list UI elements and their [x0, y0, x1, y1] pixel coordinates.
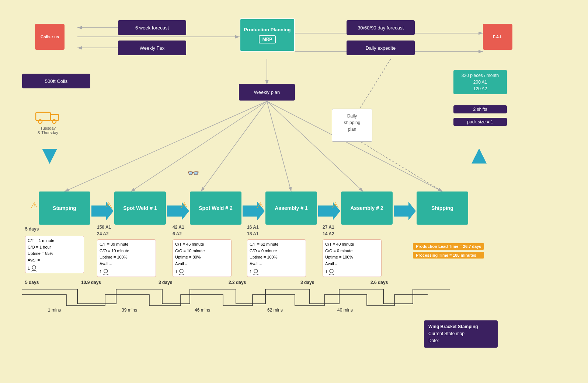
- warn-assembly1: ⚠: [257, 201, 264, 210]
- process-stamping-label: Stamping: [53, 205, 76, 211]
- production-planning-box: Production Planning MRP: [240, 18, 295, 52]
- production-planning-label: Production Planning: [244, 27, 290, 32]
- inbound-arrow: ▼: [37, 142, 62, 168]
- info-assembly1: C/T = 62 minute C/O = 0 minute Uptime = …: [247, 239, 306, 277]
- co-sw1: C/O = 10 minute: [100, 248, 153, 254]
- svg-point-29: [254, 269, 258, 273]
- forecast-30-60-90-box: 30/60/90 day forecast: [347, 20, 415, 35]
- avail-stamping: Avail =: [28, 257, 81, 264]
- process-assembly2-label: Assembly # 2: [350, 205, 383, 211]
- days-stamping: 5 days: [25, 226, 39, 232]
- uptime-sw1: Uptime = 100%: [100, 254, 153, 261]
- svg-line-17: [358, 140, 442, 192]
- tl-days-5: 3 days: [300, 280, 314, 285]
- svg-point-27: [180, 269, 183, 273]
- legend-box: Wing Bracket Stamping Current State map …: [424, 320, 498, 348]
- info-spotweld1: C/T = 39 minute C/O = 10 minute Uptime =…: [97, 239, 156, 277]
- process-spotweld2-label: Spot Weld # 2: [199, 205, 233, 211]
- shifts-box: 2 shifts: [453, 105, 507, 113]
- weekly-fax-box: Weekly Fax: [118, 41, 186, 55]
- truck-area: Tuesday& Thursday: [35, 109, 61, 135]
- warn-assembly2: ⚠: [332, 201, 339, 210]
- uptime-a1: Uptime = 100%: [250, 254, 303, 261]
- legend-subtitle: Current State map: [428, 330, 493, 337]
- warn-spotweld1: ⚠: [105, 201, 112, 210]
- operator-stamping: 1: [28, 265, 81, 271]
- daily-shipping-plan-label: Dailyshippingplan: [344, 113, 361, 132]
- inv-assembly2-a2: 14 A2: [323, 231, 334, 236]
- operator-sw1: 1: [100, 268, 153, 275]
- tl-days-6: 2.6 days: [370, 280, 388, 285]
- uptime-sw2: Uptime = 80%: [175, 254, 229, 261]
- svg-point-23: [32, 266, 36, 269]
- co-a1: C/O = 0 minute: [250, 248, 303, 254]
- avail-sw1: Avail =: [100, 261, 153, 267]
- svg-marker-32: [394, 202, 416, 220]
- operator-a2: 1: [325, 268, 379, 275]
- uptime-stamping: Uptime = 85%: [28, 250, 81, 257]
- operator-a1: 1: [250, 268, 303, 275]
- supplier-left: Coils r us: [35, 24, 65, 50]
- ct-a2: C/T = 40 minute: [325, 241, 379, 248]
- co-a2: C/O = 0 minute: [325, 248, 379, 254]
- warn-stamping: ⚠: [31, 201, 38, 210]
- timeline-steps: [22, 289, 457, 315]
- legend-date: Date:: [428, 337, 493, 344]
- truck-icon: [35, 109, 61, 125]
- process-shipping-label: Shipping: [431, 205, 453, 211]
- inv-sw2-a2: 6 A2: [173, 231, 182, 236]
- co-stamping: C/O = 1 hour: [28, 244, 81, 251]
- inv-sw2-a1: 42 A1: [173, 225, 184, 230]
- daily-shipping-plan-box: Dailyshippingplan: [332, 109, 372, 142]
- tl-days-1: 5 days: [25, 280, 39, 285]
- pack-size-box: pack size = 1: [453, 118, 507, 126]
- svg-line-9: [65, 101, 267, 192]
- process-assembly1: Assembly # 1: [265, 192, 317, 225]
- ct-sw1: C/T = 39 minute: [100, 241, 153, 248]
- ct-a1: C/T = 62 minute: [250, 241, 303, 248]
- production-info-text: 320 pieces / month 200 A1 120 A2: [457, 72, 503, 92]
- svg-rect-18: [36, 112, 51, 120]
- info-spotweld2: C/T = 46 minute C/O = 10 minute Uptime =…: [173, 239, 232, 277]
- avail-a2: Avail =: [325, 261, 379, 267]
- avail-a1: Avail =: [250, 261, 303, 267]
- warn-spotweld2: ⚠: [181, 201, 188, 210]
- info-assembly2: C/T = 40 minute C/O = 0 minute Uptime = …: [323, 239, 382, 277]
- svg-point-25: [104, 269, 108, 273]
- tl-days-2: 10.9 days: [81, 280, 101, 285]
- production-info-box: 320 pieces / month 200 A1 120 A2: [453, 70, 507, 94]
- svg-line-11: [201, 101, 267, 192]
- ct-stamping: C/T = 1 minute: [28, 238, 81, 244]
- production-lead-time-badge: Production Lead Time = 26.7 days: [413, 243, 484, 250]
- supplier-right-label: F.A.L: [493, 35, 502, 39]
- lead-time-area: Production Lead Time = 26.7 days Process…: [413, 243, 484, 259]
- daily-expedite-box: Daily expedite: [347, 41, 415, 55]
- truck-schedule-label: Tuesday& Thursday: [35, 126, 61, 135]
- svg-line-12: [267, 101, 291, 192]
- process-spotweld1: Spot Weld # 1: [114, 192, 166, 225]
- mrp-box: MRP: [259, 35, 276, 43]
- supplier-right: F.A.L: [483, 24, 512, 50]
- uptime-a2: Uptime = 100%: [325, 254, 379, 261]
- co-sw2: C/O = 10 minute: [175, 248, 229, 254]
- weekly-plan-box: Weekly plan: [239, 84, 295, 101]
- inv-assembly1-a1: 16 A1: [247, 225, 259, 230]
- processing-time-badge: Processing Time = 188 minutes: [413, 252, 484, 259]
- inv-assembly1-a2: 18 A1: [247, 231, 259, 236]
- legend-title: Wing Bracket Stamping: [428, 323, 493, 330]
- coils-inventory-box: 500ft Coils: [22, 74, 90, 88]
- ct-sw2: C/T = 46 minute: [175, 241, 229, 248]
- process-assembly2: Assembly # 2: [341, 192, 393, 225]
- process-spotweld1-label: Spot Weld # 1: [123, 205, 157, 211]
- supplier-left-label: Coils r us: [41, 35, 59, 39]
- process-stamping: Stamping: [39, 192, 90, 225]
- outbound-arrow: ▲: [466, 142, 492, 168]
- process-shipping: Shipping: [417, 192, 468, 225]
- process-assembly1-label: Assembly # 1: [275, 205, 308, 211]
- glasses-icon: 👓: [187, 168, 199, 179]
- svg-point-31: [330, 269, 333, 273]
- forecast-6week-box: 6 week forecast: [118, 20, 186, 35]
- inv-spotweld1-a2: 24 A2: [97, 231, 109, 236]
- tl-days-4: 2.2 days: [229, 280, 246, 285]
- avail-sw2: Avail =: [175, 261, 229, 267]
